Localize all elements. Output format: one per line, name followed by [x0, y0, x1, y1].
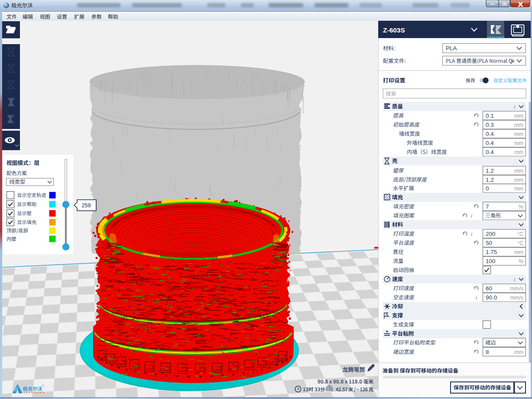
svg-text:0.1: 0.1: [486, 113, 494, 119]
svg-text:1.2: 1.2: [486, 167, 494, 174]
svg-text:259: 259: [82, 203, 91, 209]
svg-text:mm: mm: [514, 177, 523, 183]
svg-text:1.75: 1.75: [486, 249, 497, 255]
svg-text:mm/s: mm/s: [510, 286, 523, 292]
svg-text:0: 0: [486, 185, 489, 192]
svg-text:200: 200: [486, 231, 496, 237]
svg-text:mm: mm: [514, 113, 523, 119]
svg-text:mm/s: mm/s: [510, 295, 523, 301]
svg-text:90.0: 90.0: [486, 294, 497, 301]
svg-text:0.3: 0.3: [486, 122, 494, 128]
svg-text:50: 50: [486, 240, 492, 246]
svg-text:mm: mm: [514, 186, 523, 192]
svg-text:JGAURORA: JGAURORA: [23, 391, 45, 394]
svg-text:100: 100: [486, 258, 496, 264]
svg-text:mm: mm: [514, 140, 523, 146]
svg-text:7: 7: [486, 203, 489, 210]
svg-text:0.4: 0.4: [486, 131, 494, 137]
svg-text:PLA: PLA: [446, 45, 457, 51]
svg-text:0.4: 0.4: [486, 149, 494, 155]
svg-text:1.2: 1.2: [486, 177, 494, 183]
svg-text:Z-603S: Z-603S: [383, 26, 405, 34]
svg-text:i: i: [514, 277, 515, 283]
svg-text:mm: mm: [514, 149, 523, 155]
svg-text:★: ★: [510, 58, 516, 64]
svg-text:8: 8: [486, 349, 489, 355]
svg-text:%: %: [519, 204, 523, 210]
svg-text:i: i: [514, 104, 515, 110]
svg-text:mm: mm: [514, 122, 523, 128]
svg-text:60: 60: [486, 285, 492, 292]
svg-text:°C: °C: [517, 240, 523, 246]
svg-text:mm: mm: [514, 168, 523, 174]
svg-text:i: i: [471, 213, 472, 219]
svg-text:0.4: 0.4: [486, 140, 494, 146]
svg-text:mm: mm: [514, 131, 523, 137]
svg-text:mm: mm: [514, 249, 523, 255]
svg-text:i: i: [476, 295, 477, 301]
svg-text:i: i: [471, 231, 472, 237]
svg-text:mm: mm: [514, 349, 523, 355]
svg-text:%: %: [519, 258, 523, 264]
svg-text:°C: °C: [517, 231, 523, 237]
